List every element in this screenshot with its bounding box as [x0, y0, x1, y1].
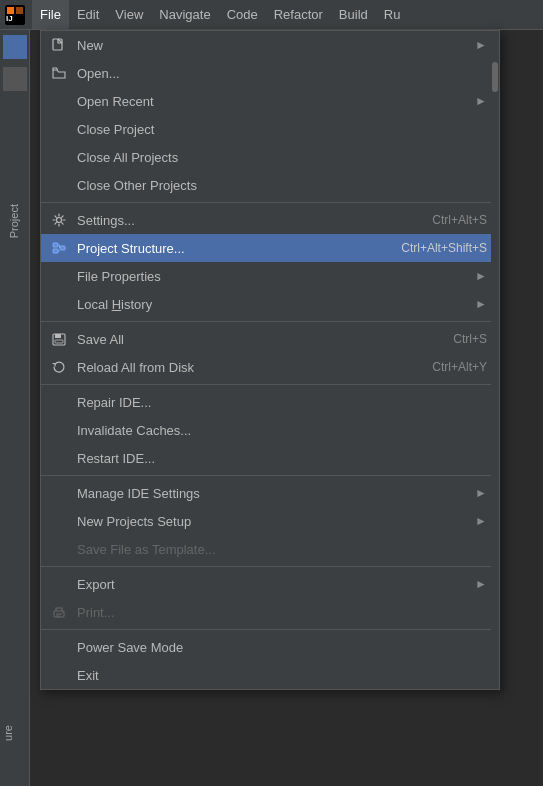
- menu-item-save-all-label: Save All: [77, 332, 433, 347]
- menu-item-close-project-label: Close Project: [77, 122, 487, 137]
- manage-ide-settings-arrow-icon: ►: [475, 486, 487, 500]
- svg-rect-8: [60, 246, 65, 250]
- menu-run[interactable]: Ru: [376, 0, 409, 29]
- svg-rect-10: [55, 334, 61, 338]
- export-arrow-icon: ►: [475, 577, 487, 591]
- svg-rect-6: [53, 243, 58, 247]
- menu-item-file-properties[interactable]: File Properties ►: [41, 262, 499, 290]
- menu-code-label: Code: [227, 7, 258, 22]
- menu-item-settings[interactable]: Settings... Ctrl+Alt+S: [41, 206, 499, 234]
- menu-item-project-structure-label: Project Structure...: [77, 241, 381, 256]
- scrollbar[interactable]: [491, 31, 499, 689]
- settings-shortcut: Ctrl+Alt+S: [432, 213, 487, 227]
- sidebar-icon-2[interactable]: [3, 67, 27, 91]
- separator-1: [41, 202, 499, 203]
- menu-file[interactable]: File: [32, 0, 69, 29]
- menu-item-close-all-projects-label: Close All Projects: [77, 150, 487, 165]
- print-icon: [51, 604, 67, 620]
- menu-item-file-properties-label: File Properties: [77, 269, 467, 284]
- svg-text:IJ: IJ: [6, 14, 13, 23]
- menu-item-power-save-mode[interactable]: Power Save Mode: [41, 633, 499, 661]
- menu-run-label: Ru: [384, 7, 401, 22]
- menu-navigate[interactable]: Navigate: [151, 0, 218, 29]
- menu-item-local-history[interactable]: Local History ►: [41, 290, 499, 318]
- open-recent-arrow-icon: ►: [475, 94, 487, 108]
- separator-6: [41, 629, 499, 630]
- app-logo: IJ: [4, 4, 26, 26]
- menu-file-label: File: [40, 7, 61, 22]
- svg-rect-11: [55, 340, 63, 343]
- menu-item-local-history-label: Local History: [77, 297, 467, 312]
- menu-item-invalidate-caches-label: Invalidate Caches...: [77, 423, 487, 438]
- menu-item-new-projects-setup-label: New Projects Setup: [77, 514, 467, 529]
- menu-item-save-all[interactable]: Save All Ctrl+S: [41, 325, 499, 353]
- separator-4: [41, 475, 499, 476]
- menu-item-export[interactable]: Export ►: [41, 570, 499, 598]
- menu-item-close-all-projects[interactable]: Close All Projects: [41, 143, 499, 171]
- menu-edit[interactable]: Edit: [69, 0, 107, 29]
- reload-icon: [51, 359, 67, 375]
- menu-item-save-file-template-label: Save File as Template...: [77, 542, 487, 557]
- menu-navigate-label: Navigate: [159, 7, 210, 22]
- menu-item-close-other-projects[interactable]: Close Other Projects: [41, 171, 499, 199]
- sidebar-project-icon[interactable]: [3, 35, 27, 59]
- local-history-arrow-icon: ►: [475, 297, 487, 311]
- svg-rect-13: [56, 613, 62, 614]
- settings-icon: [51, 212, 67, 228]
- new-arrow-icon: ►: [475, 38, 487, 52]
- menu-item-manage-ide-settings-label: Manage IDE Settings: [77, 486, 467, 501]
- menu-item-open[interactable]: Open...: [41, 59, 499, 87]
- reload-all-shortcut: Ctrl+Alt+Y: [432, 360, 487, 374]
- new-icon: [51, 37, 67, 53]
- menu-item-open-label: Open...: [77, 66, 487, 81]
- svg-point-5: [57, 218, 62, 223]
- separator-3: [41, 384, 499, 385]
- svg-rect-14: [56, 615, 60, 616]
- svg-point-15: [62, 611, 63, 612]
- menu-code[interactable]: Code: [219, 0, 266, 29]
- project-structure-icon: [51, 240, 67, 256]
- file-menu-dropdown: New ► Open... Open Recent ► Close Projec…: [40, 30, 500, 690]
- menu-item-open-recent[interactable]: Open Recent ►: [41, 87, 499, 115]
- menu-item-reload-all[interactable]: Reload All from Disk Ctrl+Alt+Y: [41, 353, 499, 381]
- svg-rect-7: [53, 249, 58, 253]
- menu-build[interactable]: Build: [331, 0, 376, 29]
- menu-edit-label: Edit: [77, 7, 99, 22]
- menu-item-manage-ide-settings[interactable]: Manage IDE Settings ►: [41, 479, 499, 507]
- svg-rect-2: [16, 7, 23, 14]
- menu-item-reload-all-label: Reload All from Disk: [77, 360, 412, 375]
- menu-item-close-other-projects-label: Close Other Projects: [77, 178, 487, 193]
- menu-item-repair-ide[interactable]: Repair IDE...: [41, 388, 499, 416]
- menu-item-close-project[interactable]: Close Project: [41, 115, 499, 143]
- menu-view[interactable]: View: [107, 0, 151, 29]
- menu-refactor[interactable]: Refactor: [266, 0, 331, 29]
- project-structure-shortcut: Ctrl+Alt+Shift+S: [401, 241, 487, 255]
- menu-item-exit-label: Exit: [77, 668, 487, 683]
- menu-item-export-label: Export: [77, 577, 467, 592]
- menu-item-open-recent-label: Open Recent: [77, 94, 467, 109]
- menu-item-new-projects-setup[interactable]: New Projects Setup ►: [41, 507, 499, 535]
- menu-item-repair-ide-label: Repair IDE...: [77, 395, 487, 410]
- menu-item-invalidate-caches[interactable]: Invalidate Caches...: [41, 416, 499, 444]
- menu-item-settings-label: Settings...: [77, 213, 412, 228]
- new-projects-setup-arrow-icon: ►: [475, 514, 487, 528]
- menu-item-restart-ide-label: Restart IDE...: [77, 451, 487, 466]
- menu-item-restart-ide[interactable]: Restart IDE...: [41, 444, 499, 472]
- menu-item-print-label: Print...: [77, 605, 487, 620]
- menu-item-save-file-template: Save File as Template...: [41, 535, 499, 563]
- menu-item-new[interactable]: New ►: [41, 31, 499, 59]
- menu-item-power-save-mode-label: Power Save Mode: [77, 640, 487, 655]
- menu-refactor-label: Refactor: [274, 7, 323, 22]
- sidebar: [0, 30, 30, 786]
- menu-item-exit[interactable]: Exit: [41, 661, 499, 689]
- menu-item-new-label: New: [77, 38, 467, 53]
- scrollbar-thumb[interactable]: [492, 62, 498, 92]
- svg-rect-1: [7, 7, 14, 14]
- menu-item-project-structure[interactable]: Project Structure... Ctrl+Alt+Shift+S: [41, 234, 499, 262]
- menu-item-print: Print...: [41, 598, 499, 626]
- file-properties-arrow-icon: ►: [475, 269, 487, 283]
- menubar: IJ File Edit View Navigate Code Refactor…: [0, 0, 543, 30]
- menu-view-label: View: [115, 7, 143, 22]
- menu-build-label: Build: [339, 7, 368, 22]
- sidebar-project-label: Project: [0, 200, 28, 242]
